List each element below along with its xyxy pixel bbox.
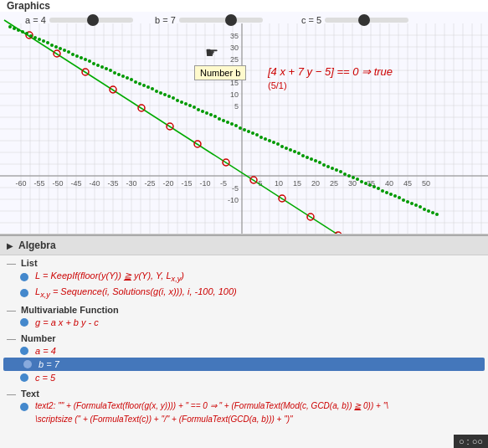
bottom-bar: ○ : ○○ [454, 435, 488, 448]
algebra-title: Algebra [18, 239, 56, 251]
number-item-c-text: c = 5 [35, 373, 55, 383]
slider-c[interactable]: c = 5 [301, 15, 408, 25]
item-dot-1 [20, 273, 28, 281]
equation-sub: (5/1) [268, 80, 287, 90]
slider-b-track[interactable] [179, 18, 263, 23]
svg-point-180 [280, 145, 284, 148]
svg-point-146 [138, 82, 141, 85]
svg-point-125 [50, 44, 54, 47]
svg-point-115 [8, 25, 12, 28]
svg-point-193 [335, 168, 338, 172]
svg-point-147 [142, 84, 146, 87]
svg-point-134 [88, 59, 91, 63]
section-header-number: — Number [0, 332, 488, 344]
svg-text:30: 30 [230, 44, 239, 52]
svg-text:-35: -35 [107, 179, 118, 188]
list-item-1[interactable]: L = KeepIf(floor(y(Y)) ≧ y(Y), Y, Lx,y) [0, 269, 488, 285]
section-title-multivariable: Multivariable Function [21, 305, 119, 315]
slider-b-thumb[interactable] [225, 14, 237, 26]
svg-text:15: 15 [293, 179, 301, 188]
svg-text:-15: -15 [181, 179, 192, 188]
svg-text:-10: -10 [199, 179, 210, 188]
svg-point-135 [92, 62, 95, 65]
section-dash-text: — [7, 389, 16, 399]
svg-point-169 [234, 124, 238, 127]
number-item-c[interactable]: c = 5 [0, 371, 488, 384]
svg-point-142 [121, 75, 125, 78]
svg-point-216 [431, 211, 434, 214]
svg-point-170 [239, 126, 242, 130]
svg-point-171 [243, 128, 246, 131]
svg-point-136 [96, 64, 100, 67]
svg-point-119 [25, 32, 28, 35]
text-item-2[interactable]: \scriptsize (" + (FormulaText(c)) + "/" … [0, 413, 488, 425]
svg-text:-25: -25 [144, 179, 155, 188]
section-header-list: — List [0, 257, 488, 269]
svg-text:25: 25 [330, 179, 338, 188]
svg-point-159 [193, 106, 196, 109]
slider-a[interactable]: a = 4 [25, 15, 133, 25]
section-title-number: Number [21, 333, 56, 343]
svg-point-141 [117, 73, 121, 76]
bottom-bar-text: ○ : ○○ [459, 436, 483, 446]
svg-point-117 [17, 28, 20, 32]
svg-point-126 [54, 45, 58, 49]
multivariable-item-1[interactable]: g = a x + b y - c [0, 316, 488, 329]
svg-text:10: 10 [275, 179, 283, 188]
text-item-1[interactable]: text2: "" + (FormulaText(floor(g(x, y)))… [0, 399, 488, 413]
slider-b[interactable]: b = 7 [155, 15, 263, 25]
svg-text:-50: -50 [52, 179, 63, 188]
svg-point-144 [130, 78, 133, 81]
svg-point-204 [381, 189, 384, 193]
slider-a-thumb[interactable] [87, 14, 99, 26]
svg-point-209 [402, 198, 405, 202]
svg-point-160 [197, 108, 200, 111]
slider-a-track[interactable] [49, 18, 133, 23]
svg-text:35: 35 [230, 32, 239, 40]
svg-point-200 [364, 182, 367, 185]
svg-point-201 [368, 183, 372, 187]
svg-text:-10: -10 [228, 196, 239, 204]
algebra-header[interactable]: ▶ Algebra [0, 236, 488, 255]
slider-c-label: c = 5 [301, 15, 321, 25]
svg-point-190 [322, 163, 326, 167]
section-header-multivariable: — Multivariable Function [0, 304, 488, 316]
svg-point-130 [71, 53, 74, 56]
svg-point-186 [306, 156, 309, 159]
number-item-a[interactable]: a = 4 [0, 344, 488, 358]
svg-point-197 [352, 176, 355, 179]
svg-text:10: 10 [230, 90, 239, 99]
algebra-panel: ▶ Algebra — List L = KeepIf(floor(y(Y)) … [0, 234, 488, 448]
number-item-b[interactable]: b = 7 [3, 358, 485, 371]
svg-point-163 [209, 113, 213, 116]
svg-point-191 [326, 165, 330, 168]
svg-point-167 [226, 121, 229, 124]
section-dash-multivariable: — [7, 305, 16, 315]
svg-point-152 [163, 93, 167, 96]
item-dot-mv-1 [20, 318, 28, 327]
slider-c-track[interactable] [325, 18, 408, 23]
item-dot-text-1 [20, 403, 28, 411]
section-multivariable: — Multivariable Function g = a x + b y -… [0, 302, 488, 331]
svg-point-153 [167, 95, 171, 98]
svg-point-158 [188, 104, 192, 107]
svg-point-162 [205, 111, 208, 115]
svg-point-207 [393, 194, 397, 198]
svg-point-194 [339, 170, 342, 173]
list-item-2[interactable]: Lx,y = Sequence(i, Solutions(g(i, x))), … [0, 285, 488, 301]
svg-text:-45: -45 [70, 179, 81, 188]
svg-point-192 [331, 167, 334, 170]
svg-point-215 [427, 209, 430, 213]
tooltip: Number b [194, 65, 246, 80]
svg-point-140 [113, 71, 116, 75]
svg-text:5: 5 [234, 102, 239, 111]
section-text: — Text text2: "" + (FormulaText(floor(g(… [0, 386, 488, 427]
svg-point-149 [151, 87, 154, 90]
svg-point-148 [146, 85, 150, 89]
section-dash-list: — [7, 258, 16, 268]
svg-point-202 [372, 185, 376, 188]
svg-point-172 [247, 130, 250, 133]
text-item-2-text: \scriptsize (" + (FormulaText(c)) + "/" … [35, 415, 293, 424]
slider-c-thumb[interactable] [358, 14, 370, 26]
svg-point-174 [255, 133, 259, 136]
